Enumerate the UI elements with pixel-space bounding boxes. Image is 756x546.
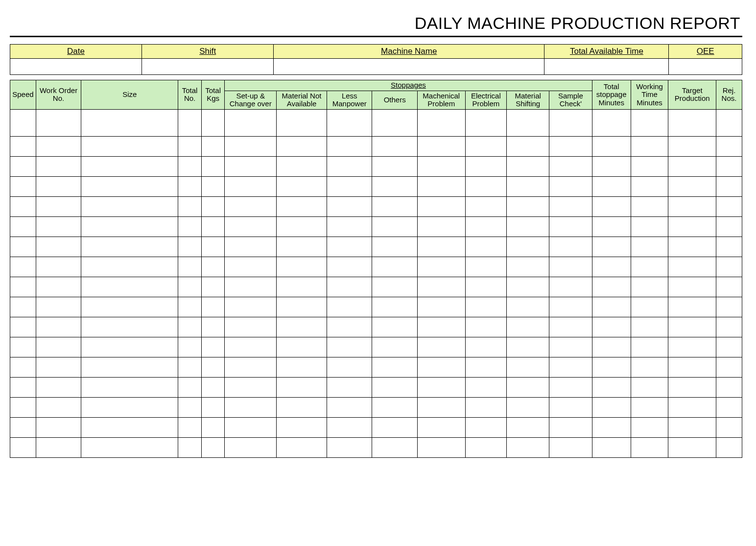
cell[interactable] (327, 156, 372, 176)
cell[interactable] (201, 156, 225, 176)
cell[interactable] (36, 377, 81, 397)
cell[interactable] (178, 237, 202, 257)
cell[interactable] (465, 176, 507, 196)
cell[interactable] (36, 317, 81, 337)
cell[interactable] (668, 176, 716, 196)
cell[interactable] (201, 216, 225, 237)
cell[interactable] (10, 397, 36, 417)
cell[interactable] (592, 437, 631, 457)
cell[interactable] (225, 377, 277, 397)
cell[interactable] (327, 216, 372, 237)
cell[interactable] (36, 397, 81, 417)
cell[interactable] (277, 357, 327, 377)
cell[interactable] (592, 176, 631, 196)
cell[interactable] (10, 297, 36, 317)
cell[interactable] (417, 337, 465, 357)
cell[interactable] (81, 277, 178, 297)
cell[interactable] (327, 417, 372, 437)
cell[interactable] (277, 277, 327, 297)
cell[interactable] (631, 216, 668, 237)
cell[interactable] (465, 397, 507, 417)
cell[interactable] (225, 397, 277, 417)
cell[interactable] (327, 377, 372, 397)
cell[interactable] (327, 337, 372, 357)
cell[interactable] (465, 196, 507, 216)
cell[interactable] (81, 176, 178, 196)
cell[interactable] (631, 176, 668, 196)
cell[interactable] (372, 136, 417, 156)
cell[interactable] (10, 377, 36, 397)
cell[interactable] (417, 176, 465, 196)
cell[interactable] (507, 257, 549, 277)
cell[interactable] (372, 317, 417, 337)
cell[interactable] (327, 277, 372, 297)
cell[interactable] (201, 176, 225, 196)
cell[interactable] (36, 237, 81, 257)
cell[interactable] (465, 237, 507, 257)
cell[interactable] (417, 257, 465, 277)
cell[interactable] (592, 257, 631, 277)
cell[interactable] (277, 156, 327, 176)
cell[interactable] (592, 136, 631, 156)
cell[interactable] (277, 196, 327, 216)
cell[interactable] (507, 196, 549, 216)
cell[interactable] (10, 417, 36, 437)
cell[interactable] (81, 317, 178, 337)
cell[interactable] (10, 156, 36, 176)
cell[interactable] (178, 156, 202, 176)
cell[interactable] (716, 109, 742, 136)
cell[interactable] (716, 317, 742, 337)
cell[interactable] (592, 417, 631, 437)
cell[interactable] (372, 377, 417, 397)
cell[interactable] (592, 297, 631, 317)
cell[interactable] (465, 156, 507, 176)
cell[interactable] (631, 317, 668, 337)
cell[interactable] (465, 377, 507, 397)
cell[interactable] (417, 216, 465, 237)
cell[interactable] (668, 277, 716, 297)
cell[interactable] (225, 237, 277, 257)
cell[interactable] (178, 136, 202, 156)
cell[interactable] (549, 156, 592, 176)
cell[interactable] (592, 317, 631, 337)
cell[interactable] (631, 257, 668, 277)
cell[interactable] (372, 109, 417, 136)
cell[interactable] (592, 337, 631, 357)
cell[interactable] (631, 417, 668, 437)
cell[interactable] (36, 277, 81, 297)
cell[interactable] (592, 109, 631, 136)
cell[interactable] (668, 397, 716, 417)
cell[interactable] (201, 297, 225, 317)
cell[interactable] (592, 156, 631, 176)
cell[interactable] (631, 109, 668, 136)
cell[interactable] (507, 237, 549, 257)
cell[interactable] (81, 377, 178, 397)
cell[interactable] (225, 109, 277, 136)
cell[interactable] (372, 156, 417, 176)
cell[interactable] (81, 257, 178, 277)
cell[interactable] (592, 377, 631, 397)
cell[interactable] (327, 397, 372, 417)
cell[interactable] (465, 216, 507, 237)
cell[interactable] (417, 397, 465, 417)
cell[interactable] (716, 176, 742, 196)
cell[interactable] (81, 136, 178, 156)
cell[interactable] (277, 437, 327, 457)
cell[interactable] (10, 216, 36, 237)
cell[interactable] (668, 357, 716, 377)
cell[interactable] (417, 357, 465, 377)
cell[interactable] (178, 437, 202, 457)
cell[interactable] (716, 136, 742, 156)
cell[interactable] (372, 417, 417, 437)
cell[interactable] (465, 417, 507, 437)
cell[interactable] (507, 417, 549, 437)
cell[interactable] (327, 297, 372, 317)
cell[interactable] (631, 437, 668, 457)
cell[interactable] (716, 437, 742, 457)
cell[interactable] (277, 216, 327, 237)
cell[interactable] (549, 277, 592, 297)
cell[interactable] (225, 216, 277, 237)
cell[interactable] (10, 196, 36, 216)
cell[interactable] (201, 357, 225, 377)
cell[interactable] (327, 109, 372, 136)
